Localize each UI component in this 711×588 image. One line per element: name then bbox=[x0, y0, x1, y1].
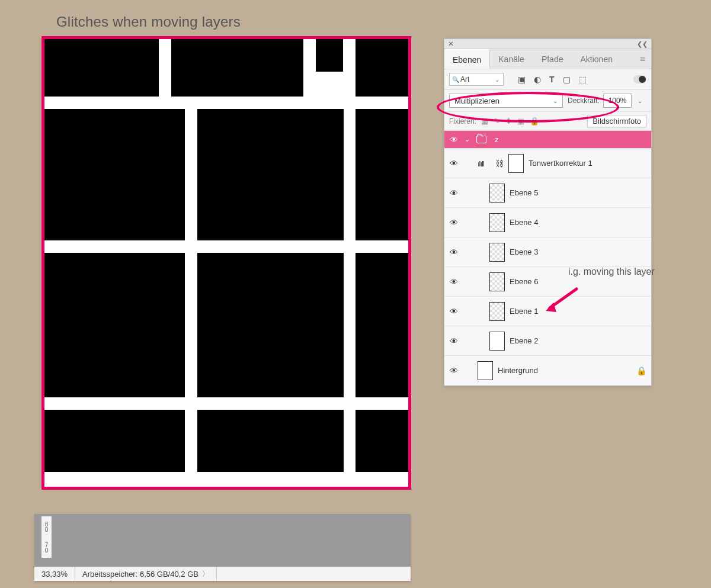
chevron-down-icon: ⌄ bbox=[495, 76, 499, 83]
layer-name[interactable]: Tonwertkorrektur 1 bbox=[529, 159, 592, 168]
opacity-label: Deckkraft: bbox=[568, 97, 600, 105]
blend-row: Multiplizieren ⌄ Deckkraft: 100% ⌄ bbox=[444, 90, 651, 112]
layer-name[interactable]: Ebene 1 bbox=[510, 307, 538, 316]
glitch-tile bbox=[316, 39, 343, 72]
canvas-glitch-frame bbox=[41, 36, 411, 490]
panel-titlebar[interactable]: ✕ ❮❮ bbox=[444, 39, 651, 49]
panel-tabs: Ebenen Kanäle Pfade Aktionen ≡ bbox=[444, 49, 651, 69]
glitch-tile bbox=[197, 253, 344, 397]
layer-row-ebene4[interactable]: 👁 Ebene 4 bbox=[444, 208, 651, 237]
search-icon: 🔍 bbox=[452, 76, 459, 83]
layer-row-ebene1[interactable]: 👁 Ebene 1 bbox=[444, 297, 651, 326]
layer-row-ebene3[interactable]: 👁 Ebene 3 bbox=[444, 237, 651, 267]
link-icon[interactable]: ⛓ bbox=[495, 159, 504, 168]
visibility-icon[interactable]: 👁 bbox=[448, 366, 460, 375]
layer-row-ebene2[interactable]: 👁 Ebene 2 bbox=[444, 326, 651, 356]
lock-paint-icon[interactable]: ✎ bbox=[494, 117, 500, 126]
filter-toggle[interactable] bbox=[633, 75, 646, 83]
glitch-tile bbox=[171, 39, 303, 97]
opacity-chevron-icon[interactable]: ⌄ bbox=[635, 98, 645, 104]
layer-name[interactable]: Ebene 6 bbox=[510, 277, 538, 286]
layer-name[interactable]: Ebene 4 bbox=[510, 218, 538, 227]
zoom-value: 33,33% bbox=[41, 570, 68, 579]
screenshot-chip: Bildschirmfoto bbox=[587, 115, 646, 127]
layer-group-z[interactable]: 👁 ⌄ z bbox=[444, 131, 651, 149]
layer-row-hintergrund[interactable]: 👁 Hintergrund 🔒 bbox=[444, 356, 651, 385]
lock-artboard-icon[interactable]: ▣ bbox=[517, 117, 524, 126]
tab-pfade[interactable]: Pfade bbox=[533, 50, 572, 68]
layer-row-ebene5[interactable]: 👁 Ebene 5 bbox=[444, 178, 651, 208]
layer-thumb[interactable] bbox=[489, 184, 505, 203]
layers-panel: ✕ ❮❮ Ebenen Kanäle Pfade Aktionen ≡ 🔍 Ar… bbox=[444, 38, 652, 386]
memory-value: Arbeitsspeicher: 6,56 GB/40,2 GB bbox=[82, 570, 198, 579]
visibility-icon[interactable]: 👁 bbox=[448, 188, 460, 198]
lock-move-icon[interactable]: ✥ bbox=[505, 117, 512, 126]
close-icon[interactable]: ✕ bbox=[448, 40, 454, 48]
canvas-inner bbox=[44, 39, 408, 487]
filter-select[interactable]: 🔍 Art ⌄ bbox=[449, 73, 504, 86]
status-bar: 33,33% Arbeitsspeicher: 6,56 GB/40,2 GB … bbox=[34, 567, 411, 581]
layer-name[interactable]: Ebene 5 bbox=[510, 188, 538, 197]
annotation-text: i.g. moving this layer bbox=[568, 266, 655, 277]
layer-name[interactable]: Hintergrund bbox=[498, 366, 538, 375]
lock-all-icon[interactable]: 🔒 bbox=[530, 117, 539, 126]
visibility-icon[interactable]: 👁 bbox=[448, 277, 460, 287]
ruler-tick: 80 bbox=[41, 516, 52, 537]
layer-thumb[interactable] bbox=[489, 332, 505, 351]
status-strip: 80 70 33,33% Arbeitsspeicher: 6,56 GB/40… bbox=[34, 514, 411, 581]
layer-thumb[interactable] bbox=[478, 361, 493, 380]
filter-label: Art bbox=[460, 75, 469, 83]
page-title: Glitches when moving layers bbox=[56, 14, 241, 30]
layer-thumb[interactable] bbox=[489, 243, 505, 262]
text-filter-icon[interactable]: T bbox=[549, 75, 555, 84]
image-filter-icon[interactable]: ▣ bbox=[518, 75, 526, 84]
visibility-icon[interactable]: 👁 bbox=[448, 135, 460, 144]
glitch-tile bbox=[44, 410, 185, 472]
adjustment-filter-icon[interactable]: ◐ bbox=[534, 75, 541, 84]
lock-row: Fixieren: ▦ ✎ ✥ ▣ 🔒 Bildschirmfoto bbox=[444, 112, 651, 131]
glitch-tile bbox=[44, 109, 185, 240]
layer-name[interactable]: Ebene 2 bbox=[510, 336, 538, 345]
tab-ebenen[interactable]: Ebenen bbox=[444, 49, 490, 69]
layer-name[interactable]: Ebene 3 bbox=[510, 248, 538, 256]
visibility-icon[interactable]: 👁 bbox=[448, 218, 460, 227]
levels-adjustment-icon: ılıll bbox=[478, 159, 491, 168]
glitch-tile bbox=[44, 253, 185, 397]
memory-readout[interactable]: Arbeitsspeicher: 6,56 GB/40,2 GB 〉 bbox=[75, 567, 217, 581]
layers-list: 👁 ⌄ z 👁 ılıll ⛓ Tonwertkorrektur 1 👁 Ebe… bbox=[444, 131, 651, 385]
layer-name[interactable]: z bbox=[495, 135, 499, 144]
blend-mode-select[interactable]: Multiplizieren ⌄ bbox=[449, 94, 563, 108]
shape-filter-icon[interactable]: ▢ bbox=[563, 75, 571, 84]
folder-icon bbox=[476, 136, 486, 143]
glitch-tile bbox=[44, 39, 159, 97]
lock-pixels-icon[interactable]: ▦ bbox=[481, 117, 488, 126]
tab-kanaele[interactable]: Kanäle bbox=[490, 50, 533, 68]
panel-menu-icon[interactable]: ≡ bbox=[634, 54, 651, 65]
lock-icon: 🔒 bbox=[636, 366, 646, 375]
layer-thumb[interactable] bbox=[489, 302, 505, 321]
collapse-icon[interactable]: ❮❮ bbox=[637, 40, 648, 48]
glitch-tile bbox=[197, 410, 344, 472]
group-caret-icon[interactable]: ⌄ bbox=[465, 136, 470, 143]
layer-thumb[interactable] bbox=[489, 213, 505, 232]
visibility-icon[interactable]: 👁 bbox=[448, 159, 460, 168]
opacity-input[interactable]: 100% bbox=[603, 94, 632, 108]
zoom-readout[interactable]: 33,33% bbox=[34, 567, 75, 581]
tab-aktionen[interactable]: Aktionen bbox=[572, 50, 621, 68]
lock-label: Fixieren: bbox=[449, 117, 476, 126]
glitch-tile bbox=[356, 253, 408, 397]
chevron-down-icon: ⌄ bbox=[553, 98, 558, 104]
glitch-tile bbox=[356, 410, 408, 472]
visibility-icon[interactable]: 👁 bbox=[448, 248, 460, 257]
layer-thumb[interactable] bbox=[489, 272, 505, 291]
glitch-tile bbox=[356, 109, 408, 240]
ruler-vertical: 80 70 bbox=[41, 516, 52, 558]
layer-mask-thumb[interactable] bbox=[508, 154, 524, 173]
chevron-right-icon: 〉 bbox=[202, 569, 209, 579]
smartobj-filter-icon[interactable]: ⬚ bbox=[579, 75, 587, 84]
layer-row-adjustment[interactable]: 👁 ılıll ⛓ Tonwertkorrektur 1 bbox=[444, 149, 651, 178]
ruler-tick: 70 bbox=[41, 537, 52, 558]
visibility-icon[interactable]: 👁 bbox=[448, 307, 460, 316]
visibility-icon[interactable]: 👁 bbox=[448, 336, 460, 346]
glitch-tile bbox=[197, 109, 344, 240]
